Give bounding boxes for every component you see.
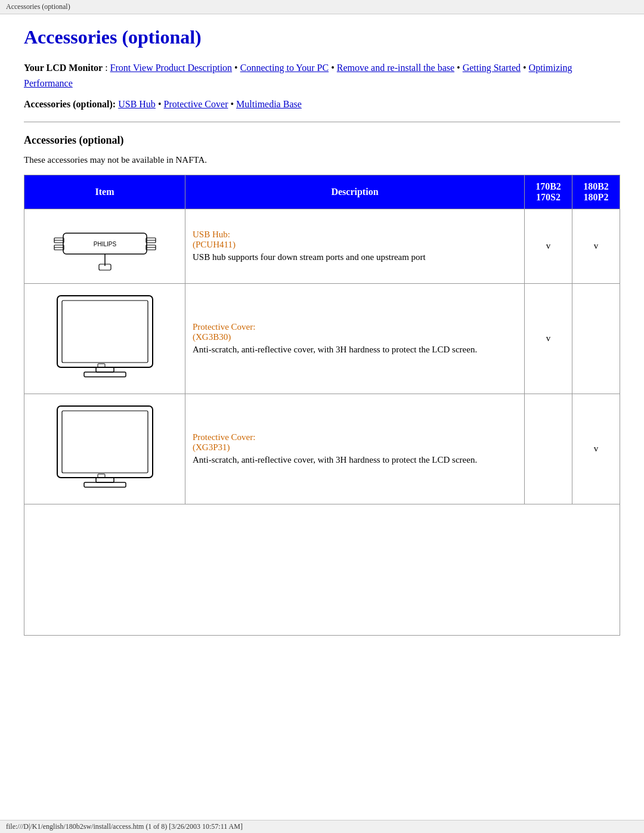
bullet-2: •: [331, 63, 337, 73]
section-divider: [24, 122, 620, 122]
desc-cell-cover-xg3p31: Protective Cover:(XG3P31) Anti-scratch, …: [185, 394, 525, 504]
section-heading: Accessories (optional): [24, 134, 620, 147]
browser-title-text: Accessories (optional): [6, 2, 70, 11]
breadcrumb-link-remove[interactable]: Remove and re-install the base: [337, 63, 454, 73]
svg-rect-17: [57, 406, 153, 478]
desc-title-usb-hub: USB Hub:(PCUH411): [193, 230, 517, 250]
usb-hub-image: PHILIPS: [45, 215, 165, 275]
svg-rect-19: [96, 478, 114, 482]
item-cell-cover-xg3b30: [24, 283, 185, 394]
col-header-170: 170B2170S2: [525, 175, 572, 209]
desc-cell-usb-hub: USB Hub:(PCUH411) USB hub supports four …: [185, 209, 525, 283]
svg-rect-12: [57, 296, 153, 367]
page-content: Accessories (optional) Your LCD Monitor …: [0, 14, 644, 659]
breadcrumb-link-connecting[interactable]: Connecting to Your PC: [240, 63, 329, 73]
col-header-180: 180B2180P2: [572, 175, 620, 209]
acc-link-usb-hub[interactable]: USB Hub: [118, 99, 156, 109]
col1-cover-xg3b30: v: [525, 283, 572, 394]
page-title: Accessories (optional): [24, 26, 620, 48]
desc-title-cover-xg3b30: Protective Cover:(XG3B30): [193, 322, 517, 342]
table-row: Protective Cover:(XG3P31) Anti-scratch, …: [24, 394, 620, 504]
acc-link-protective-cover[interactable]: Protective Cover: [163, 99, 228, 109]
svg-rect-13: [62, 301, 148, 363]
col1-usb-hub: v: [525, 209, 572, 283]
breadcrumb: Your LCD Monitor : Front View Product De…: [24, 60, 620, 91]
acc-link-multimedia-base[interactable]: Multimedia Base: [236, 99, 302, 109]
breadcrumb-label: Your LCD Monitor: [24, 63, 103, 73]
col2-cover-xg3b30: [572, 283, 620, 394]
desc-title-cover-xg3p31: Protective Cover:(XG3P31): [193, 432, 517, 453]
accessories-links-section: Accessories (optional): USB Hub • Protec…: [24, 97, 620, 112]
intro-text: These accessories may not be available i…: [24, 155, 620, 165]
table-row: PHILIPS USB Hub:(PCUH411) USB hub suppor…: [24, 209, 620, 283]
table-header-row: Item Description 170B2170S2 180B2180P2: [24, 175, 620, 209]
accessories-label: Accessories (optional):: [24, 99, 116, 109]
desc-cell-cover-xg3b30: Protective Cover:(XG3B30) Anti-scratch, …: [185, 283, 525, 394]
breadcrumb-separator: :: [105, 63, 110, 73]
svg-rect-14: [96, 367, 114, 372]
acc-bullet-2: •: [230, 99, 236, 109]
desc-body-cover-xg3b30: Anti-scratch, anti-reflective cover, wit…: [193, 345, 517, 355]
col-header-description: Description: [185, 175, 525, 209]
svg-rect-18: [62, 411, 148, 473]
table-row: Protective Cover:(XG3B30) Anti-scratch, …: [24, 283, 620, 394]
item-cell-cover-xg3p31: [24, 394, 185, 504]
col2-usb-hub: v: [572, 209, 620, 283]
bullet-3: •: [457, 63, 463, 73]
desc-body-usb-hub: USB hub supports four down stream ports …: [193, 252, 517, 262]
breadcrumb-link-getting-started[interactable]: Getting Started: [463, 63, 521, 73]
desc-body-cover-xg3p31: Anti-scratch, anti-reflective cover, wit…: [193, 455, 517, 465]
svg-rect-15: [84, 372, 126, 377]
table-bottom-spacer: [24, 504, 620, 636]
col2-cover-xg3p31: v: [572, 394, 620, 504]
status-bar-text: file:///D|/K1/english/180b2sw/install/ac…: [6, 822, 243, 831]
svg-text:PHILIPS: PHILIPS: [93, 241, 116, 247]
col-header-item: Item: [24, 175, 185, 209]
item-cell-usb-hub: PHILIPS: [24, 209, 185, 283]
svg-rect-20: [84, 482, 126, 487]
col1-cover-xg3p31: [525, 394, 572, 504]
browser-title-bar: Accessories (optional): [0, 0, 644, 14]
bullet-1: •: [234, 63, 240, 73]
bullet-4: •: [523, 63, 529, 73]
accessories-table: Item Description 170B2170S2 180B2180P2: [24, 175, 620, 504]
monitor-cover-xg3p31-image: [45, 400, 165, 496]
status-bar: file:///D|/K1/english/180b2sw/install/ac…: [0, 820, 644, 833]
breadcrumb-link-front-view[interactable]: Front View Product Description: [110, 63, 233, 73]
monitor-cover-xg3b30-image: [45, 290, 165, 385]
